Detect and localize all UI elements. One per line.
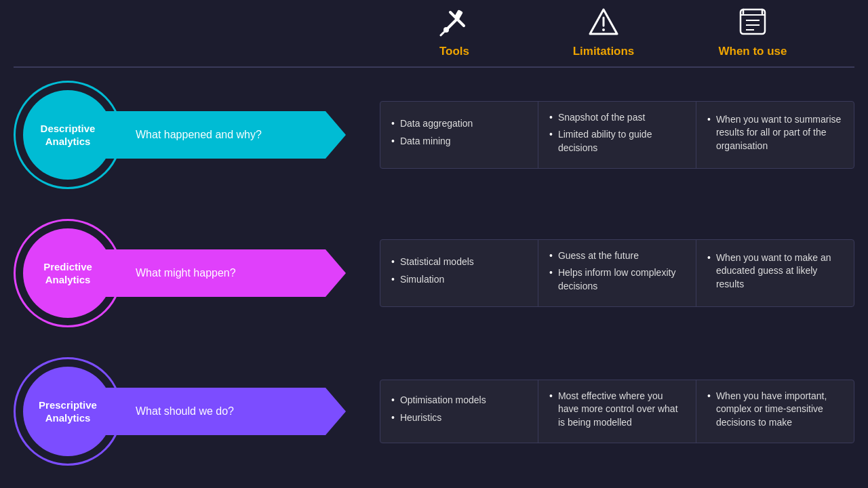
predictive-arrow-text: What might happen? [136,267,236,279]
predictive-tool-item: Statistical models [391,256,527,269]
prescriptive-left-section: Prescriptive AnalyticsWhat should we do? [14,351,380,472]
prescriptive-when-item: When you have important, complex or time… [707,390,843,430]
predictive-arrow-body: What might happen? [102,249,346,297]
predictive-circle-label: Predictive Analytics [23,260,113,287]
prescriptive-right-section: Optimisation modelsHeuristicsMost effect… [380,380,854,444]
descriptive-tool-item: Data mining [391,135,527,148]
when-to-use-icon [738,7,768,41]
descriptive-arrow-text: What happened and why? [136,129,262,141]
descriptive-row: Descriptive AnalyticsWhat happened and w… [14,75,854,195]
limitations-icon [589,7,618,41]
limitations-header: Limitations [529,7,678,61]
predictive-limitation-item: Helps inform low complexity decisions [549,266,685,293]
descriptive-left-section: Descriptive AnalyticsWhat happened and w… [14,75,380,195]
prescriptive-limitations-col: Most effective where you have more contr… [538,380,696,443]
when-to-use-label: When to use [718,45,787,58]
descriptive-tool-item: Data aggregation [391,117,527,131]
descriptive-arrow: What happened and why? [102,111,366,159]
descriptive-when-to-use-col: When you want to summarise results for a… [696,102,854,169]
descriptive-circle-inner: Descriptive Analytics [23,90,113,180]
limitations-label: Limitations [573,45,635,58]
predictive-tools-col: Statistical modelsSimulation [380,240,538,307]
main-container: Tools Limitations [0,0,868,488]
prescriptive-row: Prescriptive AnalyticsWhat should we do?… [14,351,854,472]
predictive-tool-item: Simulation [391,273,527,287]
predictive-left-section: Predictive AnalyticsWhat might happen? [14,213,380,333]
svg-point-7 [602,28,605,31]
header-divider [14,66,854,68]
rows-container: Descriptive AnalyticsWhat happened and w… [14,75,854,481]
descriptive-circle-label: Descriptive Analytics [23,122,113,148]
predictive-circle-inner: Predictive Analytics [23,228,113,318]
descriptive-tools-col: Data aggregationData mining [380,102,538,169]
predictive-arrow: What might happen? [102,249,366,297]
predictive-limitations-col: Guess at the futureHelps inform low comp… [538,240,696,307]
prescriptive-limitation-item: Most effective where you have more contr… [549,390,685,430]
descriptive-limitations-col: Snapshot of the pastLimited ability to g… [538,102,696,169]
prescriptive-arrow: What should we do? [102,388,366,435]
tools-icon [439,7,469,41]
descriptive-limitation-item: Limited ability to guide decisions [549,128,685,155]
descriptive-right-section: Data aggregationData miningSnapshot of t… [380,101,854,169]
prescriptive-circle-label: Prescriptive Analytics [23,399,113,425]
prescriptive-arrow-text: What should we do? [136,405,234,418]
predictive-row: Predictive AnalyticsWhat might happen?St… [14,213,854,333]
header-row: Tools Limitations [380,7,854,66]
prescriptive-tool-item: Optimisation models [391,394,527,407]
svg-point-2 [443,27,449,33]
predictive-limitation-item: Guess at the future [549,249,685,263]
descriptive-arrow-body: What happened and why? [102,111,346,159]
prescriptive-when-to-use-col: When you have important, complex or time… [696,380,854,443]
predictive-right-section: Statistical modelsSimulationGuess at the… [380,239,854,308]
tools-label: Tools [439,45,469,58]
descriptive-when-item: When you want to summarise results for a… [707,113,843,153]
prescriptive-arrow-body: What should we do? [102,388,346,435]
tools-header: Tools [380,7,529,61]
prescriptive-tool-item: Heuristics [391,411,527,425]
svg-line-4 [441,33,443,35]
prescriptive-tools-col: Optimisation modelsHeuristics [380,380,538,443]
predictive-when-item: When you want to make an educated guess … [707,251,843,291]
when-to-use-header: When to use [678,7,827,61]
descriptive-limitation-item: Snapshot of the past [549,111,685,125]
prescriptive-circle-inner: Prescriptive Analytics [23,367,113,456]
predictive-when-to-use-col: When you want to make an educated guess … [696,240,854,307]
